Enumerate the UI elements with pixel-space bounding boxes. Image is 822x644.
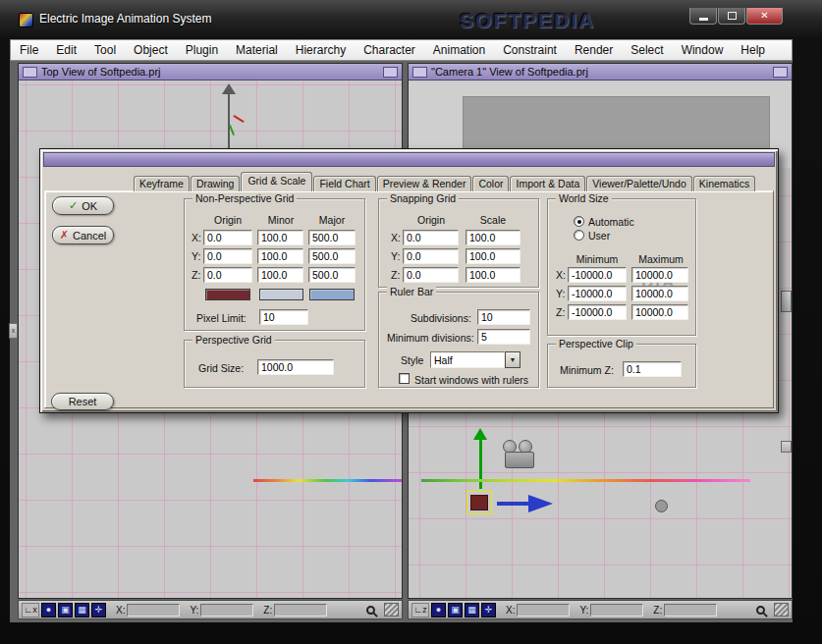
npg-y-origin-input[interactable] <box>203 248 252 264</box>
npg-x-major-input[interactable] <box>308 230 356 245</box>
user-radio[interactable] <box>574 230 584 241</box>
viewport-menu-icon[interactable] <box>412 67 427 78</box>
resize-grip[interactable] <box>384 603 399 617</box>
snap-z-scale-input[interactable] <box>466 267 521 283</box>
x-coordinate-field <box>127 604 180 617</box>
snap-x-origin-input[interactable] <box>403 230 459 245</box>
menu-file[interactable]: File <box>11 40 47 60</box>
menu-select[interactable]: Select <box>622 40 672 60</box>
npg-y-major-input[interactable] <box>308 248 356 264</box>
menu-render[interactable]: Render <box>566 40 622 60</box>
viewport-camera-titlebar[interactable]: "Camera 1" View of Softpedia.prj <box>409 64 792 80</box>
menu-edit[interactable]: Edit <box>47 40 85 60</box>
scrollbar-button[interactable] <box>781 441 792 453</box>
camera-object-icon[interactable] <box>503 440 536 471</box>
tab-grid-scale[interactable]: Grid & Scale <box>241 172 312 191</box>
npg-x-minor-input[interactable] <box>257 230 303 245</box>
world-x-min-input[interactable] <box>568 267 627 283</box>
minimum-z-input[interactable] <box>623 361 682 377</box>
tab-keyframe[interactable]: Keyframe <box>134 176 190 191</box>
menu-window[interactable]: Window <box>673 40 733 60</box>
axes-icon[interactable]: ✛ <box>91 603 106 617</box>
menu-help[interactable]: Help <box>732 40 774 60</box>
world-y-max-input[interactable] <box>631 286 688 301</box>
path-node-dot[interactable] <box>655 500 668 512</box>
style-dropdown-value[interactable]: Half <box>430 351 505 368</box>
minimize-button[interactable] <box>689 8 717 25</box>
viewport-options-icon[interactable] <box>773 67 788 78</box>
motion-path[interactable] <box>421 479 750 482</box>
scrollbar-thumb[interactable] <box>781 291 792 312</box>
snap-z-origin-input[interactable] <box>403 267 459 283</box>
grid-size-input[interactable] <box>257 359 334 375</box>
tab-color[interactable]: Color <box>472 176 509 191</box>
zoom-magnifier-icon[interactable] <box>366 606 375 615</box>
npg-z-minor-input[interactable] <box>257 267 303 283</box>
style-dropdown[interactable]: Half ▼ <box>430 351 521 368</box>
check-icon: ✓ <box>69 199 78 212</box>
origin-color-swatch[interactable] <box>205 289 250 300</box>
resize-grip[interactable] <box>774 603 789 617</box>
major-color-swatch[interactable] <box>309 289 355 300</box>
tab-kinematics[interactable]: Kinematics <box>693 176 755 191</box>
chevron-down-icon[interactable]: ▼ <box>505 351 521 368</box>
motion-path[interactable] <box>253 479 402 482</box>
direction-arrow-blue[interactable] <box>528 495 553 512</box>
window-titlebar[interactable]: Electric Image Animation System SOFTPEDI… <box>0 0 822 39</box>
world-y-min-input[interactable] <box>568 286 627 301</box>
close-button[interactable]: ✕ <box>746 8 783 25</box>
menu-constraint[interactable]: Constraint <box>494 40 566 60</box>
snap-y-scale-input[interactable] <box>466 248 521 264</box>
grid-icon[interactable]: ▦ <box>465 603 479 617</box>
tab-import-data[interactable]: Import & Data <box>510 176 585 191</box>
left-edge-scroll-widget[interactable]: x <box>9 323 18 339</box>
tab-field-chart[interactable]: Field Chart <box>313 176 375 191</box>
maximize-button[interactable] <box>718 8 745 25</box>
cancel-button[interactable]: ✗ Cancel <box>52 226 114 244</box>
npg-z-major-input[interactable] <box>308 267 356 283</box>
dialog-titlebar[interactable] <box>43 152 775 167</box>
direction-arrow-line[interactable] <box>497 502 528 506</box>
start-with-rulers-checkbox[interactable] <box>399 373 410 384</box>
tab-preview-render[interactable]: Preview & Render <box>377 176 472 191</box>
sphere-icon[interactable]: ● <box>431 603 446 617</box>
viewport-options-icon[interactable] <box>383 67 398 78</box>
world-z-max-input[interactable] <box>631 304 688 320</box>
axis-label: Z: <box>192 269 200 281</box>
camera-icon[interactable]: ▣ <box>58 603 73 617</box>
selected-object-box[interactable] <box>470 495 488 510</box>
viewport-menu-icon[interactable] <box>23 67 37 78</box>
npg-z-origin-input[interactable] <box>203 267 252 283</box>
minimum-divisions-input[interactable] <box>477 329 530 345</box>
world-x-max-input[interactable] <box>631 267 688 283</box>
snap-x-scale-input[interactable] <box>466 230 521 245</box>
tab-viewer-palette-undo[interactable]: Viewer/Palette/Undo <box>586 176 692 191</box>
axes-icon[interactable]: ✛ <box>481 603 496 617</box>
reset-button[interactable]: Reset <box>51 393 114 410</box>
menu-plugin[interactable]: Plugin <box>177 40 227 60</box>
viewport-top-titlebar[interactable]: Top View of Softpedia.prj <box>19 64 402 80</box>
automatic-radio[interactable] <box>574 216 584 227</box>
grid-icon[interactable]: ▦ <box>75 603 89 617</box>
subdivisions-label: Subdivisions: <box>411 312 471 324</box>
minor-color-swatch[interactable] <box>259 289 303 300</box>
npg-y-minor-input[interactable] <box>257 248 303 264</box>
world-z-min-input[interactable] <box>568 304 627 320</box>
zoom-magnifier-icon[interactable] <box>756 606 765 615</box>
menu-tool[interactable]: Tool <box>85 40 125 60</box>
npg-x-origin-input[interactable] <box>203 230 252 245</box>
subdivisions-input[interactable] <box>477 309 530 325</box>
snap-y-origin-input[interactable] <box>403 248 459 264</box>
sphere-icon[interactable]: ● <box>41 603 56 617</box>
pixel-limit-input[interactable] <box>259 309 308 325</box>
menu-hierarchy[interactable]: Hierarchy <box>287 40 355 60</box>
tab-drawing[interactable]: Drawing <box>191 176 241 191</box>
menu-animation[interactable]: Animation <box>424 40 494 60</box>
menu-character[interactable]: Character <box>355 40 424 60</box>
camera-icon[interactable]: ▣ <box>448 603 463 617</box>
menu-object[interactable]: Object <box>125 40 177 60</box>
menu-material[interactable]: Material <box>227 40 287 60</box>
green-axis-arrowhead[interactable] <box>473 428 487 440</box>
ok-button[interactable]: ✓ OK <box>52 196 114 215</box>
axis-line[interactable] <box>228 93 230 150</box>
